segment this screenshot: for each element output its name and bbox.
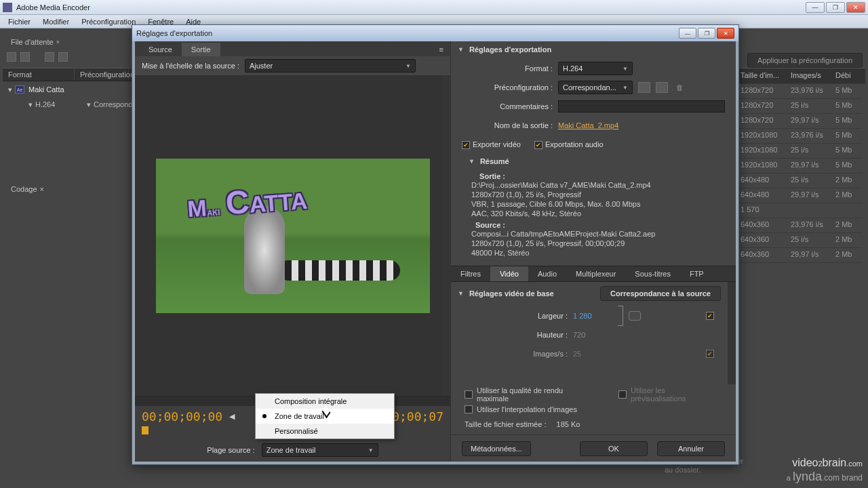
match-fps-checkbox[interactable]: ✔	[706, 350, 714, 358]
ok-button[interactable]: OK	[580, 441, 648, 456]
width-value[interactable]: 1 280	[573, 312, 614, 320]
dropdown-icon[interactable]: ▾	[87, 100, 91, 109]
export-settings-dialog: Réglages d'exportation — ❐ ✕ Source Sort…	[132, 24, 739, 465]
preset-row[interactable]: 640x48029,97 i/s2 Mb	[738, 188, 865, 203]
export-settings-header[interactable]: ▼Réglages d'exportation	[451, 41, 736, 58]
tab-output[interactable]: Sortie	[182, 43, 220, 56]
coding-tab[interactable]: Codage×	[5, 183, 50, 195]
timecode-out[interactable]: 0;00;07	[392, 409, 443, 424]
preset-row[interactable]: 1920x108029,97 i/s5 Mb	[738, 159, 865, 174]
settings-scrollbar[interactable]	[728, 282, 736, 384]
preset-row[interactable]: 640x36029,97 i/s2 Mb	[738, 248, 865, 263]
filesize-value: 185 Ko	[557, 420, 580, 428]
export-video-checkbox[interactable]: ✔Exporter vidéo	[462, 140, 521, 149]
preview-viewport[interactable]: MAKI CATTA	[135, 75, 450, 396]
radio-selected-icon	[262, 414, 267, 418]
dialog-minimize-button[interactable]: —	[679, 28, 696, 39]
tab-source[interactable]: Source	[139, 43, 182, 56]
tab-ftp[interactable]: FTP	[680, 266, 713, 281]
col-fps: Images/s	[788, 69, 833, 84]
frame-interpolation-checkbox[interactable]	[465, 405, 473, 413]
in-marker-icon[interactable]	[142, 426, 149, 434]
add-source-button[interactable]	[7, 52, 16, 62]
format-label: Format :	[462, 64, 553, 73]
save-preset-icon[interactable]	[638, 82, 650, 93]
close-button[interactable]: ✕	[846, 2, 865, 13]
twirl-icon[interactable]: ▾	[28, 100, 33, 109]
match-width-checkbox[interactable]: ✔	[706, 312, 714, 320]
constrain-link-icon[interactable]	[629, 311, 641, 321]
dialog-close-button[interactable]: ✕	[717, 28, 734, 39]
dialog-titlebar[interactable]: Réglages d'exportation — ❐ ✕	[132, 25, 738, 41]
fps-value[interactable]: 25	[573, 350, 614, 358]
menu-file[interactable]: Fichier	[3, 16, 36, 27]
mouse-cursor-icon	[323, 408, 332, 422]
preset-row[interactable]: 640x36023,976 i/s2 Mb	[738, 218, 865, 233]
preset-row[interactable]: 1920x108023,976 i/s5 Mb	[738, 129, 865, 144]
basic-video-header[interactable]: ▼Réglages vidéo de base Correspondance à…	[451, 282, 728, 305]
close-tab-icon[interactable]: ×	[40, 185, 44, 193]
format-dropdown[interactable]: H.264▼	[558, 62, 633, 75]
summary-header[interactable]: ▼Résumé	[451, 153, 736, 169]
twirl-down-icon: ▼	[458, 290, 464, 297]
output-name-link[interactable]: Maki Catta_2.mp4	[558, 121, 618, 129]
preset-label: Préconfiguration :	[462, 83, 553, 92]
height-value[interactable]: 720	[573, 331, 614, 339]
scale-label: Mise à l'échelle de la source :	[142, 62, 239, 70]
tab-filters[interactable]: Filtres	[451, 266, 490, 281]
menu-item-custom[interactable]: Personnalisé	[256, 424, 394, 439]
aftereffects-icon: Ae	[15, 85, 24, 94]
preset-row[interactable]: 1280x72029,97 i/s5 Mb	[738, 114, 865, 129]
add-output-button[interactable]	[20, 52, 30, 62]
duplicate-button[interactable]	[58, 52, 68, 62]
remove-button[interactable]	[45, 52, 54, 62]
comments-input[interactable]	[558, 100, 725, 113]
metadata-button[interactable]: Métadonnées...	[462, 441, 531, 456]
render-options: Utiliser la qualité de rendu maximale Ut…	[451, 384, 736, 434]
twirl-down-icon: ▼	[469, 158, 475, 165]
minimize-button[interactable]: —	[806, 2, 825, 13]
close-tab-icon[interactable]: ×	[56, 39, 60, 45]
tab-video[interactable]: Vidéo	[490, 266, 528, 281]
preset-row[interactable]: 1920x108025 i/s5 Mb	[738, 144, 865, 159]
video-settings-section: ▼Réglages vidéo de base Correspondance à…	[451, 282, 736, 384]
import-preset-icon[interactable]	[656, 82, 668, 93]
filesize-label: Taille de fichier estimée :	[465, 420, 546, 428]
export-audio-checkbox[interactable]: ✔Exportation audio	[534, 140, 604, 149]
preset-dropdown[interactable]: Correspondan...▼	[558, 81, 633, 94]
queue-toolbar	[7, 52, 68, 62]
match-source-button[interactable]: Correspondance à la source	[600, 286, 721, 301]
width-label: Largeur :	[462, 312, 568, 320]
twirl-icon[interactable]: ▾	[8, 85, 12, 94]
fps-label: Images/s :	[462, 350, 568, 358]
source-range-dropdown[interactable]: Zone de travail▼	[262, 443, 378, 457]
tab-captions[interactable]: Sous-titres	[625, 266, 680, 281]
menu-edit[interactable]: Modifier	[37, 16, 75, 27]
maximize-button[interactable]: ❐	[826, 2, 845, 13]
preset-row[interactable]: 640x36025 i/s2 Mb	[738, 233, 865, 248]
preset-row[interactable]: 1280x72023,976 i/s5 Mb	[738, 84, 865, 99]
watermark-bottom: a lynda.com brand	[787, 470, 863, 484]
delete-preset-icon[interactable]: 🗑	[673, 82, 686, 93]
output-name-label: Nom de la sortie :	[462, 121, 553, 129]
preset-row[interactable]: 640x48025 i/s2 Mb	[738, 174, 865, 188]
timecode-in[interactable]: 00;00;00;00	[142, 409, 222, 424]
summary-block: Sortie : D:\Proj...ossier\Maki Catta v7_…	[451, 169, 736, 263]
preview-scrollbar[interactable]	[442, 75, 450, 396]
use-previews-checkbox	[618, 390, 627, 399]
col-format: Format	[3, 68, 75, 81]
cancel-button[interactable]: Annuler	[657, 441, 725, 456]
chevron-down-icon: ▼	[368, 447, 374, 453]
apply-preset-button[interactable]: Appliquer la préconfiguration	[747, 53, 863, 68]
scale-dropdown[interactable]: Ajuster▼	[245, 59, 416, 73]
preset-row[interactable]: 1280x72025 i/s5 Mb	[738, 99, 865, 114]
queue-tab[interactable]: File d'attente×	[5, 36, 65, 48]
max-quality-checkbox[interactable]	[465, 390, 473, 399]
panel-menu-icon[interactable]: ≡	[437, 43, 446, 56]
dialog-maximize-button[interactable]: ❐	[698, 28, 715, 39]
tab-multiplexer[interactable]: Multiplexeur	[566, 266, 625, 281]
preset-grid: Taille d'im... Images/s Débi 1280x72023,…	[738, 69, 865, 263]
tab-audio[interactable]: Audio	[528, 266, 566, 281]
preset-row[interactable]: 1 570	[738, 203, 865, 218]
preview-frame: MAKI CATTA	[156, 159, 430, 313]
